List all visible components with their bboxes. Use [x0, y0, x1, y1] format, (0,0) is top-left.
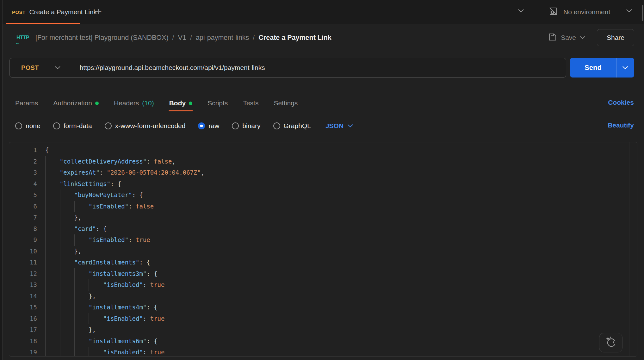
tab-scripts[interactable]: Scripts	[207, 95, 228, 111]
tab-authorization[interactable]: Authorization	[53, 95, 99, 111]
indent-guide	[45, 347, 60, 357]
url-input[interactable]: https://playground.api.beamcheckout.com/…	[70, 64, 265, 71]
line-content: "isEnabled": true	[37, 313, 165, 325]
code-line: 7},	[9, 212, 637, 223]
token: false	[136, 203, 154, 210]
tab-label: Tests	[243, 99, 258, 107]
indent-guide	[60, 223, 74, 235]
token: "collectDeliveryAddress"	[60, 158, 147, 165]
indent-guide	[60, 268, 74, 280]
body-format-select[interactable]: JSON	[325, 122, 353, 130]
indent-guide	[74, 201, 89, 212]
indent-guide	[60, 291, 74, 302]
token: :	[143, 315, 150, 322]
token: "buyNowPayLater"	[74, 191, 132, 198]
tab-body[interactable]: Body	[169, 95, 193, 111]
indent-guide	[45, 279, 60, 291]
line-content: "linkSettings": {	[37, 178, 121, 190]
line-number: 8	[9, 223, 37, 235]
request-tab[interactable]: POST Create a Payment Link	[7, 0, 102, 24]
new-tab-button[interactable]: +	[92, 4, 106, 18]
indent-guide	[45, 201, 60, 212]
breadcrumb-separator: /	[253, 34, 255, 42]
tab-options-chevron-icon[interactable]	[518, 9, 524, 13]
line-number: 5	[9, 189, 37, 201]
send-options-button[interactable]	[616, 58, 634, 78]
token: : {	[132, 191, 143, 198]
line-content: "cardInstallments": {	[37, 257, 150, 268]
body-type-radio-none[interactable]: none	[15, 122, 40, 130]
radio-circle-icon	[105, 122, 112, 129]
window-scrollbar[interactable]	[642, 5, 643, 21]
code-line: 12"installments3m": {	[9, 268, 637, 280]
indent-guide	[89, 279, 103, 291]
indent-guide	[45, 336, 60, 347]
radio-circle-icon	[15, 122, 22, 129]
tab-headers[interactable]: Headers(10)	[114, 95, 154, 111]
request-tab-title: Create a Payment Link	[29, 8, 97, 16]
code-line: 1{	[9, 145, 637, 156]
breadcrumb-part[interactable]: V1	[178, 34, 186, 42]
breadcrumb-part[interactable]: [For merchant test] Playground (SANDBOX)	[35, 34, 169, 42]
body-type-radio-graphql[interactable]: GraphQL	[273, 122, 311, 130]
tab-status-dot	[189, 102, 192, 105]
body-type-radio-form-data[interactable]: form-data	[53, 122, 92, 130]
breadcrumb-separator: /	[172, 34, 174, 42]
tab-count-badge: (10)	[142, 99, 154, 107]
indent-guide	[45, 257, 60, 268]
token: :	[143, 349, 150, 356]
indent-guide	[89, 313, 103, 325]
radio-label: form-data	[64, 122, 92, 130]
method-select[interactable]: POST	[10, 64, 70, 71]
radio-circle-icon	[232, 122, 239, 129]
indent-guide	[74, 279, 89, 291]
indent-guide	[74, 291, 89, 302]
line-number: 6	[9, 201, 37, 212]
request-header-row: → HTTP ← [For merchant test] Playground …	[0, 24, 644, 51]
share-button[interactable]: Share	[597, 29, 634, 46]
token: : {	[110, 180, 121, 187]
tab-settings[interactable]: Settings	[274, 95, 298, 111]
environment-chevron-icon[interactable]	[626, 9, 632, 13]
editor-scrollbar-track[interactable]	[629, 142, 629, 356]
beautify-link[interactable]: Beautify	[608, 121, 634, 129]
token: },	[74, 214, 82, 221]
request-body-editor[interactable]: 1{2"collectDeliveryAddress": false,3"exp…	[9, 142, 637, 357]
postbot-button[interactable]	[599, 333, 622, 352]
token: "card"	[74, 225, 96, 232]
indent-guide	[45, 178, 60, 190]
token: false	[154, 158, 172, 165]
tab-params[interactable]: Params	[15, 95, 38, 111]
radio-label: none	[26, 122, 40, 130]
line-content: },	[37, 212, 81, 223]
body-type-radio-binary[interactable]: binary	[232, 122, 260, 130]
line-content: },	[37, 246, 81, 257]
tab-tests[interactable]: Tests	[243, 95, 258, 111]
request-tab-method-badge: POST	[12, 9, 25, 15]
line-number: 12	[9, 268, 37, 280]
save-button[interactable]: Save	[548, 24, 585, 51]
save-options-chevron-icon[interactable]	[580, 36, 585, 39]
tab-status-dot	[95, 102, 99, 105]
token: "isEnabled"	[103, 349, 143, 356]
token: : {	[146, 304, 157, 311]
send-button[interactable]: Send	[570, 58, 616, 78]
line-content: "expiresAt": "2026-06-05T04:20:04.067Z",	[37, 167, 204, 178]
body-format-value: JSON	[325, 122, 344, 130]
line-number: 1	[9, 145, 37, 156]
token: "cardInstallments"	[74, 259, 139, 266]
token: :	[100, 169, 107, 176]
token: true	[150, 281, 165, 288]
code-line: 16"isEnabled": true	[9, 313, 637, 325]
body-type-radio-x-www-form-urlencoded[interactable]: x-www-form-urlencoded	[105, 122, 186, 130]
breadcrumb-part[interactable]: api-payment-links	[196, 34, 249, 42]
token: "isEnabled"	[89, 236, 128, 243]
token: :	[128, 203, 136, 210]
token: },	[74, 248, 82, 255]
token: },	[89, 326, 96, 333]
breadcrumb-separator: /	[190, 34, 192, 42]
body-type-radio-raw[interactable]: raw	[198, 122, 219, 130]
cookies-link[interactable]: Cookies	[608, 99, 634, 106]
line-content: "isEnabled": true	[37, 279, 165, 291]
environment-selector[interactable]: No environment	[548, 0, 610, 24]
